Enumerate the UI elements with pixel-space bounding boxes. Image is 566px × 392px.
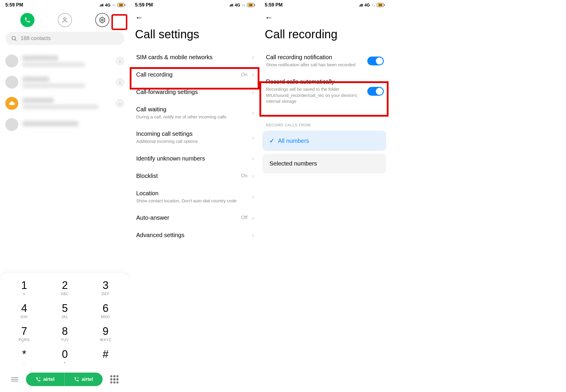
setting-desc: Additional incoming call options xyxy=(136,138,249,144)
setting-title: Call waiting xyxy=(136,106,249,113)
chevron-right-icon: › xyxy=(252,155,254,162)
page-title: Call settings xyxy=(130,24,259,49)
avatar xyxy=(5,97,18,110)
dial-key-4[interactable]: 4GHI xyxy=(11,303,37,319)
settings-list: SIM cards & mobile networks › Call recor… xyxy=(130,49,259,244)
dial-key-0[interactable]: 0+ xyxy=(52,349,78,365)
tab-recent-calls[interactable] xyxy=(20,13,34,27)
contact-row[interactable]: › xyxy=(5,93,124,114)
contact-row[interactable]: › xyxy=(5,72,124,93)
setting-row[interactable]: Call-forwarding settings › xyxy=(130,83,259,101)
setting-title: Blocklist xyxy=(136,173,238,179)
setting-value: On xyxy=(241,173,247,178)
contact-detail-button[interactable]: › xyxy=(116,57,124,65)
contacts-list[interactable]: › › › xyxy=(0,50,130,135)
dial-key-8[interactable]: 8TUV xyxy=(52,326,78,342)
contact-detail-button[interactable]: › xyxy=(116,99,124,108)
setting-row[interactable]: Blocklist On › xyxy=(130,167,259,185)
dial-key-7[interactable]: 7PQRS xyxy=(11,326,37,342)
section-header: RECORD CALLS FROM xyxy=(259,115,389,131)
phone-sim1-icon: 1 xyxy=(36,377,41,382)
toggle-switch[interactable] xyxy=(367,57,384,65)
contact-detail-button[interactable]: › xyxy=(116,78,124,87)
tab-contacts[interactable] xyxy=(58,13,72,27)
contact-row[interactable] xyxy=(5,114,124,135)
back-button[interactable]: ← xyxy=(135,13,143,22)
record-from-option[interactable]: Selected numbers xyxy=(262,154,386,173)
setting-title: Auto-answer xyxy=(136,214,238,221)
person-icon xyxy=(61,16,68,24)
network-type: 4G xyxy=(105,3,111,7)
chevron-right-icon: › xyxy=(252,214,254,221)
phone-sim2-icon: 2 xyxy=(74,377,79,382)
status-time: 5:59 PM xyxy=(135,2,153,8)
svg-marker-1 xyxy=(100,17,105,23)
signal-icon: .ııll xyxy=(99,3,103,7)
setting-row[interactable]: SIM cards & mobile networks › xyxy=(130,49,259,66)
status-bar: 5:59 PM .ııll 4G ↑↓ 19 xyxy=(130,0,259,9)
search-input[interactable]: 188 contacts xyxy=(5,32,124,45)
status-time: 5:59 PM xyxy=(5,2,23,8)
toggle-row: Record calls automatically Recordings wi… xyxy=(259,73,389,110)
sim1-label: airtel xyxy=(43,377,55,382)
dialpad-toggle-icon[interactable] xyxy=(110,375,119,383)
svg-point-0 xyxy=(64,18,66,20)
dial-key-1[interactable]: 1∞ xyxy=(11,280,37,296)
status-bar: 5:59 PM .ııll 4G ↑↓ 19 xyxy=(0,0,130,9)
dial-key-#[interactable]: # xyxy=(93,349,119,365)
toggle-row: Call recording notification Show notific… xyxy=(259,49,389,73)
back-button[interactable]: ← xyxy=(265,13,273,22)
network-type: 4G xyxy=(364,3,370,7)
setting-title: Incoming call settings xyxy=(136,130,249,137)
toggle-switch[interactable] xyxy=(367,87,384,96)
status-bar: 5:59 PM .ııll 4G ↑↓ 19 xyxy=(259,0,389,9)
svg-text:1: 1 xyxy=(39,377,40,379)
record-from-option[interactable]: ✓All numbers xyxy=(262,131,386,151)
chevron-right-icon: › xyxy=(252,173,254,179)
setting-row[interactable]: Advanced settings › xyxy=(130,226,259,244)
setting-row[interactable]: Location Show contact location, Don't au… xyxy=(130,185,259,209)
setting-desc: Show contact location, Don't auto-dial c… xyxy=(136,198,249,204)
contact-row[interactable]: › xyxy=(5,50,124,72)
tab-settings[interactable] xyxy=(95,13,109,27)
chevron-right-icon: › xyxy=(252,71,254,78)
upload-download-icon: ↑↓ xyxy=(372,3,375,7)
setting-title: Location xyxy=(136,190,249,197)
menu-icon[interactable] xyxy=(11,377,18,381)
screen-dialer: 5:59 PM .ııll 4G ↑↓ 19 188 contacts xyxy=(0,0,130,392)
setting-title: Identify unknown numbers xyxy=(136,155,249,162)
setting-row[interactable]: Identify unknown numbers › xyxy=(130,150,259,167)
setting-row[interactable]: Call waiting During a call, notify me of… xyxy=(130,101,259,125)
chevron-right-icon: › xyxy=(252,232,254,239)
dial-key-2[interactable]: 2ABC xyxy=(52,280,78,296)
search-icon xyxy=(11,36,17,42)
dial-key-9[interactable]: 9WXYZ xyxy=(93,326,119,342)
top-tabs xyxy=(0,9,130,32)
setting-row[interactable]: Incoming call settings Additional incomi… xyxy=(130,125,259,150)
dialpad: 1∞2ABC3DEF4GHI5JKL6MNO7PQRS8TUV9WXYZ*,0+… xyxy=(0,273,130,392)
toggle-title: Call recording notification xyxy=(266,54,364,61)
network-type: 4G xyxy=(235,3,240,7)
sim2-label: airtel xyxy=(82,377,93,382)
upload-download-icon: ↑↓ xyxy=(242,3,245,7)
check-icon: ✓ xyxy=(269,137,274,144)
dial-key-*[interactable]: *, xyxy=(11,349,37,365)
search-placeholder: 188 contacts xyxy=(21,35,51,42)
setting-row[interactable]: Auto-answer Off › xyxy=(130,209,259,226)
dial-key-3[interactable]: 3DEF xyxy=(93,280,119,296)
call-sim1-button[interactable]: 1 airtel xyxy=(26,373,64,386)
chevron-right-icon: › xyxy=(252,193,254,200)
setting-row[interactable]: Call recording On › xyxy=(130,66,259,83)
dial-key-5[interactable]: 5JKL xyxy=(52,303,78,319)
screen-call-recording: 5:59 PM .ııll 4G ↑↓ 19 ← Call recording … xyxy=(259,0,389,392)
call-sim2-button[interactable]: 2 airtel xyxy=(64,373,103,386)
upload-download-icon: ↑↓ xyxy=(112,3,116,7)
dial-key-6[interactable]: 6MNO xyxy=(93,303,119,319)
svg-point-3 xyxy=(12,36,16,40)
setting-desc: During a call, notify me of other incomi… xyxy=(136,114,249,120)
setting-title: Advanced settings xyxy=(136,232,249,239)
setting-title: Call recording xyxy=(136,71,238,78)
battery-icon: 19 xyxy=(377,3,384,7)
chevron-right-icon: › xyxy=(252,134,254,141)
screen-call-settings: 5:59 PM .ııll 4G ↑↓ 19 ← Call settings S… xyxy=(130,0,259,392)
